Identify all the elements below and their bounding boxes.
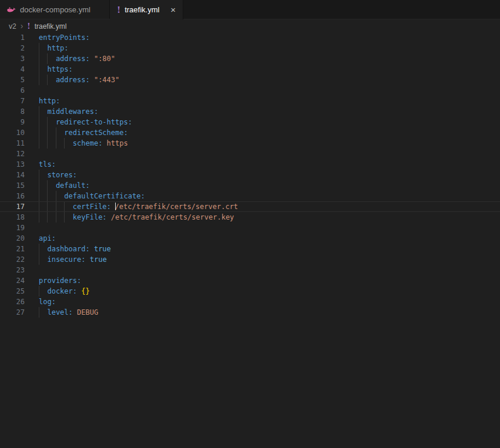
- code-line-8[interactable]: 8middlewares:: [0, 106, 500, 117]
- line-number[interactable]: 14: [0, 170, 25, 180]
- indent-guide: [39, 75, 39, 85]
- indent-guide: [56, 138, 56, 149]
- line-number[interactable]: 2: [0, 43, 25, 53]
- line-number[interactable]: 22: [0, 254, 25, 265]
- line-number[interactable]: 16: [0, 191, 25, 201]
- code-line-3[interactable]: 3address: ":80": [0, 53, 500, 64]
- code-line-4[interactable]: 4https:: [0, 64, 500, 75]
- code-line-21[interactable]: 21dashboard: true: [0, 244, 500, 254]
- code-line-22[interactable]: 22insecure: true: [0, 254, 500, 265]
- tab-label: traefik.yml: [125, 5, 159, 14]
- code-content: defaultCertificate:: [39, 191, 500, 201]
- line-number[interactable]: 24: [0, 275, 25, 286]
- token-key: redirect-to-https:: [56, 118, 132, 126]
- line-number[interactable]: 3: [0, 53, 25, 64]
- indent-guide: [39, 138, 39, 149]
- code-line-2[interactable]: 2http:: [0, 43, 500, 53]
- line-number[interactable]: 25: [0, 286, 25, 297]
- yaml-exclamation-icon: !: [117, 6, 120, 14]
- line-number[interactable]: 9: [0, 117, 25, 127]
- line-number[interactable]: 19: [0, 223, 25, 233]
- indent-guide: [64, 202, 65, 211]
- code-content: address: ":80": [39, 53, 500, 64]
- token-str: https: [107, 139, 128, 147]
- token-key: providers:: [39, 277, 81, 285]
- breadcrumb-folder[interactable]: v2: [9, 22, 16, 31]
- token-plain: [107, 213, 111, 221]
- code-content: keyFile: /etc/traefik/certs/server.key: [39, 212, 500, 223]
- token-key: http:: [39, 97, 60, 105]
- indent-guide: [56, 212, 56, 223]
- code-line-15[interactable]: 15default:: [0, 180, 500, 191]
- line-number[interactable]: 1: [0, 32, 25, 43]
- indent-guide: [39, 202, 39, 211]
- code-line-19[interactable]: 19: [0, 223, 500, 233]
- line-number[interactable]: 17: [0, 202, 25, 211]
- indent-guide: [47, 53, 48, 64]
- line-number[interactable]: 10: [0, 127, 25, 138]
- line-number[interactable]: 23: [0, 265, 25, 275]
- code-line-23[interactable]: 23: [0, 265, 500, 275]
- indent-guide: [39, 106, 39, 117]
- line-number[interactable]: 21: [0, 244, 25, 254]
- code-content: http:: [39, 96, 500, 106]
- code-line-20[interactable]: 20api:: [0, 233, 500, 244]
- token-plain: [90, 245, 94, 253]
- indent-guide: [47, 138, 48, 149]
- code-line-13[interactable]: 13tls:: [0, 159, 500, 170]
- line-number[interactable]: 5: [0, 75, 25, 85]
- line-number[interactable]: 13: [0, 159, 25, 170]
- close-icon[interactable]: ×: [167, 5, 176, 14]
- code-line-11[interactable]: 11scheme: https: [0, 138, 500, 149]
- line-number[interactable]: 11: [0, 138, 25, 149]
- line-number[interactable]: 8: [0, 106, 25, 117]
- tab-docker-compose-yml[interactable]: docker-compose.yml: [0, 0, 110, 19]
- tab-traefik-yml[interactable]: ! traefik.yml ×: [110, 0, 183, 19]
- code-content: [39, 223, 500, 233]
- code-content: [39, 265, 500, 275]
- indent-guide: [39, 244, 39, 254]
- code-line-26[interactable]: 26log:: [0, 297, 500, 307]
- indent-guide: [39, 307, 39, 318]
- token-bool: true: [90, 255, 107, 264]
- code-line-24[interactable]: 24providers:: [0, 275, 500, 286]
- indent-guide: [56, 202, 56, 211]
- code-line-1[interactable]: 1entryPoints:: [0, 32, 500, 43]
- code-line-12[interactable]: 12: [0, 149, 500, 159]
- code-line-14[interactable]: 14stores:: [0, 170, 500, 180]
- token-key: defaultCertificate:: [64, 192, 145, 200]
- line-number[interactable]: 7: [0, 96, 25, 106]
- indent-guide: [39, 64, 39, 75]
- code-line-27[interactable]: 27level: DEBUG: [0, 307, 500, 318]
- docker-whale-icon: [7, 5, 16, 14]
- line-number[interactable]: 12: [0, 149, 25, 159]
- code-line-9[interactable]: 9redirect-to-https:: [0, 117, 500, 127]
- token-key: log:: [39, 298, 56, 306]
- line-number[interactable]: 6: [0, 85, 25, 96]
- code-line-7[interactable]: 7http:: [0, 96, 500, 106]
- code-content: [39, 149, 500, 159]
- token-bool: true: [94, 245, 111, 253]
- code-line-5[interactable]: 5address: ":443": [0, 75, 500, 85]
- token-key: keyFile:: [73, 213, 107, 221]
- line-number[interactable]: 18: [0, 212, 25, 223]
- line-number[interactable]: 4: [0, 64, 25, 75]
- indent-guide: [39, 43, 39, 53]
- line-number[interactable]: 26: [0, 297, 25, 307]
- code-content: insecure: true: [39, 254, 500, 265]
- breadcrumb-file[interactable]: traefik.yml: [35, 22, 67, 31]
- token-key: address:: [56, 76, 90, 84]
- line-number[interactable]: 15: [0, 180, 25, 191]
- code-line-18[interactable]: 18keyFile: /etc/traefik/certs/server.key: [0, 212, 500, 223]
- token-str: ":80": [94, 55, 115, 63]
- code-line-17[interactable]: 17certFile: /etc/traefik/certs/server.cr…: [0, 201, 500, 212]
- line-number[interactable]: 27: [0, 307, 25, 318]
- code-line-10[interactable]: 10redirectScheme:: [0, 127, 500, 138]
- code-line-6[interactable]: 6: [0, 85, 500, 96]
- line-number[interactable]: 20: [0, 233, 25, 244]
- code-line-25[interactable]: 25docker: {}: [0, 286, 500, 297]
- code-editor[interactable]: 1entryPoints:2http:3address: ":80"4https…: [0, 32, 500, 448]
- code-line-16[interactable]: 16defaultCertificate:: [0, 191, 500, 201]
- code-content: https:: [39, 64, 500, 75]
- token-str: /etc/traefik/certs/server.key: [111, 213, 234, 221]
